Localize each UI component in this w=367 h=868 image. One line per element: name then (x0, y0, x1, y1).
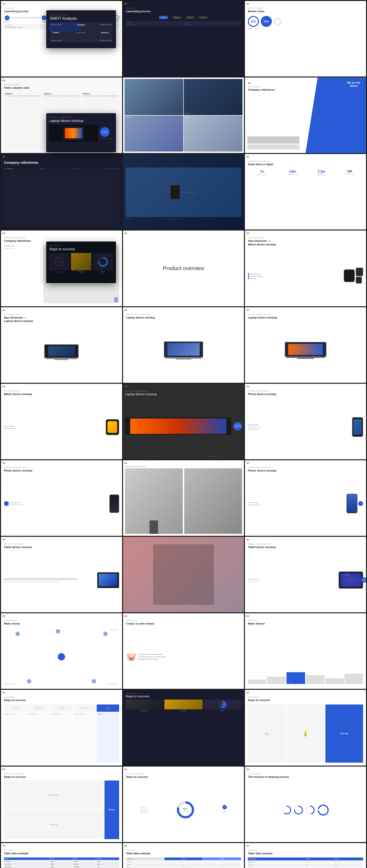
slide-39: UI. THE DATA Table data example Name Val… (1, 843, 122, 868)
steps-popup: THE BUILD Steps to success ⊕ Fourth step… (46, 242, 116, 283)
slide-24: UI. PRODUCT OVERVIEW Tablet device mocku… (1, 537, 122, 612)
ui-badge-20: UI. (246, 385, 250, 388)
ui-badge-30: UI. (2, 691, 6, 694)
ui-badge-27: UI. (2, 615, 6, 617)
slide-label-6: THREE COLUMNS (4, 84, 119, 86)
slide-17: UI. LAPTOP DEVICE MOCKUP Laptop device m… (245, 307, 366, 383)
ui-badge-3: UI. (246, 2, 250, 5)
ui-badge-26: UI. (246, 538, 250, 541)
slide-28: UI. THE BUILD 3 ways to save money 🐷 ▶Sp… (123, 613, 244, 689)
slide-9: UI. Company milestones Moment Explore Su… (1, 154, 122, 229)
ui-badge-15: UI. (2, 309, 6, 311)
slide-21: UI. PHONE DEVICE MOCKUP Phone device moc… (1, 460, 122, 536)
ui-badge-35: UI. (246, 691, 250, 694)
slide-16: UI. LAPTOP DEVICE MOCKUP Laptop device m… (123, 307, 244, 383)
ui-badge-41: UI. (246, 844, 250, 847)
ui-badge-8: UI. (248, 82, 252, 84)
ui-badge-40: UI. (124, 844, 128, 847)
we-are-future-text: We are the future (344, 81, 364, 88)
stat-circle-1: 25% (248, 16, 259, 27)
slide-40: UI. THE DATA Table data example Column A… (123, 843, 244, 868)
ui-badge-36: UI. (2, 768, 6, 771)
slide-25: UI. PHONE DEVICE MOCKUP (123, 537, 244, 612)
ui-badge-17: UI. (246, 309, 250, 311)
slide-29: UI. THE BUILD Make money! Q1 Q2 Q3 (245, 613, 366, 689)
svg-point-7 (318, 805, 328, 815)
slide-30: UI. MILESTONE Steps to success First ste… (1, 690, 122, 765)
slide-label-3: MARKET SHARE (248, 7, 363, 9)
slide-10: UI. guitar / person Shipments Operating … (123, 154, 244, 229)
ui-badge-9: UI. (2, 155, 6, 158)
stat-circle-3: 20% (274, 18, 281, 25)
slide-label-1: THE BUILD (4, 7, 119, 9)
slide-label-2: THE BUILD (126, 7, 241, 9)
ui-badge-21: UI. (2, 462, 6, 464)
ui-badge-11: UI. (246, 155, 250, 158)
ui-badge-14: UI. (246, 232, 250, 235)
slide-title-2: Launching process (126, 9, 241, 13)
slide-3: UI. MARKET SHARE Market share 25% 55% 20… (245, 1, 366, 76)
slide-37: UI. STEPS TO SUCCESS Steps to success Fi… (123, 767, 244, 842)
ui-badge-1: UI. (2, 2, 6, 5)
ui-badge-22: UI. (124, 462, 128, 464)
slide-8: UI. SOME BRAND Company milestones We are… (245, 78, 366, 153)
ui-badge-24: UI. (2, 538, 6, 541)
ui-badge-16: UI. (124, 309, 128, 311)
ring-3 (305, 805, 315, 815)
slide-38: UI. THE REVENUE The revenue of amazing j… (245, 767, 366, 842)
slide-20: UI. PRODUCT OVERVIEW Phone device mockup… (245, 384, 366, 459)
slide-title-3: Market share (248, 9, 363, 13)
swot-popup: SWOT ANALYSIS SWOT Analysis Opportunitie… (46, 10, 116, 48)
ui-badge-39: UI. (2, 844, 6, 847)
ring-2 (293, 805, 303, 815)
ui-badge-12: UI. (2, 232, 6, 235)
ui-badge-28: UI. (124, 615, 128, 617)
ring-4 (317, 804, 329, 816)
ui-badge-2: UI. (124, 2, 128, 5)
ui-badge-23: UI. (246, 462, 250, 464)
ui-badge-29: UI. (246, 615, 250, 617)
product-overview-title: Product overview (126, 234, 241, 303)
slide-title-9: Company milestones (4, 160, 119, 165)
ui-badge-37: UI. (124, 768, 128, 771)
ui-badge-6: UI. (2, 79, 6, 82)
slide-26: UI. TABLET DEVICE MOCKUP Tablet device m… (245, 537, 366, 612)
laptop-popup: PRODUCT OVERVIEW Laptop device mockup Po… (46, 113, 116, 152)
ui-badge-13: UI. (124, 232, 128, 235)
slide-41: UI. THE DATA Table data example Descript… (245, 843, 366, 868)
slide-19: UI. PRODUCT OVERVIEW Laptop device mocku… (123, 384, 244, 459)
ring-1 (282, 805, 292, 815)
slide-15: UI. APP SHOWCASE App showcase —Laptop de… (1, 307, 122, 383)
slide-22: UI. PHONE DEVICE MOCKUP (123, 460, 244, 536)
slide-13: UI. Product overview (123, 230, 244, 306)
slide-23: UI. PHONE DEVICE MOCKUP Phone device moc… (245, 460, 366, 536)
watch-title: App showcase —Watch device mockup (248, 239, 363, 246)
stat-circle-2: 55% (261, 16, 272, 27)
slide-11: UI. SOME FACTS IN DIGITS Some facts in d… (245, 154, 366, 229)
ui-badge-38: UI. (246, 768, 250, 771)
ui-badge-18: UI. (2, 385, 6, 388)
slide-35: UI. THE BUILD Steps to success ∞ 💡 Third… (245, 690, 366, 765)
slide-27: UI. MAKE MONEY Make money Market Analysi… (1, 613, 122, 689)
slide-14: UI. APP SHOWCASE App showcase —Watch dev… (245, 230, 366, 306)
slide-18: UI. APP SHOWCASE Watch device mockup Pow… (1, 384, 122, 459)
slide-title-6: Three columns side (4, 86, 119, 90)
slide-7: January February March (123, 78, 244, 153)
slide-36: UI. STEPS TO SUCCESS Steps to success Fo… (1, 767, 122, 842)
slide-2: UI. THE BUILD Launching process Step 1 →… (123, 1, 244, 76)
slide-34: THE BUILD Steps to success Fourth step F… (123, 690, 244, 765)
